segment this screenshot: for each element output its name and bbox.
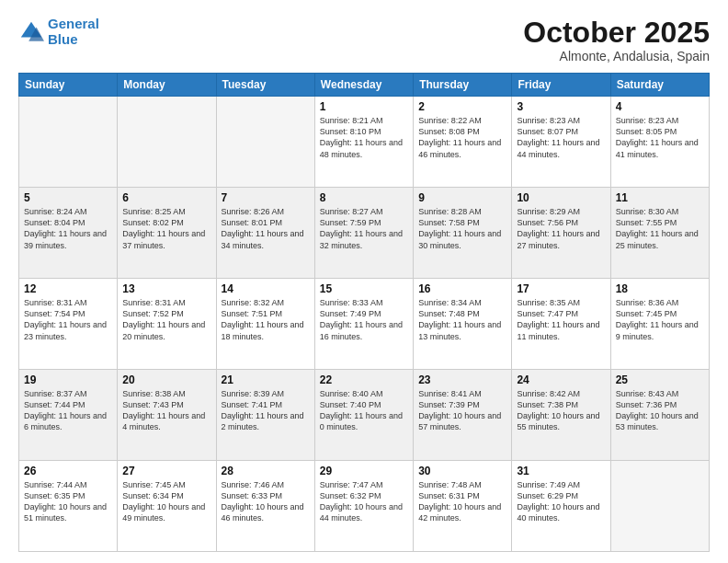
col-header-tuesday: Tuesday xyxy=(216,74,314,97)
title-block: October 2025 Almonte, Andalusia, Spain xyxy=(523,17,710,63)
day-info: Sunrise: 8:31 AM Sunset: 7:54 PM Dayligh… xyxy=(24,297,112,342)
calendar-title: October 2025 xyxy=(523,17,710,49)
page: General Blue October 2025 Almonte, Andal… xyxy=(0,0,728,563)
day-info: Sunrise: 7:49 AM Sunset: 6:29 PM Dayligh… xyxy=(517,479,605,524)
day-cell: 4Sunrise: 8:23 AM Sunset: 8:05 PM Daylig… xyxy=(610,97,709,188)
week-row-2: 5Sunrise: 8:24 AM Sunset: 8:04 PM Daylig… xyxy=(19,188,710,279)
day-number: 20 xyxy=(122,373,210,386)
logo: General Blue xyxy=(18,17,99,47)
day-number: 27 xyxy=(122,465,210,477)
day-cell: 19Sunrise: 8:37 AM Sunset: 7:44 PM Dayli… xyxy=(19,370,118,461)
day-number: 9 xyxy=(418,191,506,204)
col-header-thursday: Thursday xyxy=(414,74,512,97)
day-number: 1 xyxy=(320,100,408,113)
day-cell: 30Sunrise: 7:48 AM Sunset: 6:31 PM Dayli… xyxy=(414,461,512,552)
day-info: Sunrise: 8:34 AM Sunset: 7:48 PM Dayligh… xyxy=(418,297,506,342)
day-cell: 20Sunrise: 8:38 AM Sunset: 7:43 PM Dayli… xyxy=(118,370,216,461)
day-number: 7 xyxy=(222,191,310,204)
day-cell: 16Sunrise: 8:34 AM Sunset: 7:48 PM Dayli… xyxy=(414,279,512,370)
week-row-4: 19Sunrise: 8:37 AM Sunset: 7:44 PM Dayli… xyxy=(19,370,710,461)
day-info: Sunrise: 8:33 AM Sunset: 7:49 PM Dayligh… xyxy=(320,297,408,342)
day-cell xyxy=(19,97,118,188)
day-cell: 25Sunrise: 8:43 AM Sunset: 7:36 PM Dayli… xyxy=(610,370,709,461)
day-number: 28 xyxy=(222,465,310,477)
day-number: 11 xyxy=(616,191,704,204)
col-header-wednesday: Wednesday xyxy=(314,74,413,97)
col-header-monday: Monday xyxy=(118,74,216,97)
week-row-5: 26Sunrise: 7:44 AM Sunset: 6:35 PM Dayli… xyxy=(19,461,710,552)
day-cell: 8Sunrise: 8:27 AM Sunset: 7:59 PM Daylig… xyxy=(314,188,413,279)
day-info: Sunrise: 8:35 AM Sunset: 7:47 PM Dayligh… xyxy=(517,297,605,342)
logo-line2: Blue xyxy=(48,31,78,47)
day-number: 25 xyxy=(616,373,704,386)
day-info: Sunrise: 8:23 AM Sunset: 8:07 PM Dayligh… xyxy=(517,115,605,160)
day-cell: 22Sunrise: 8:40 AM Sunset: 7:40 PM Dayli… xyxy=(314,370,413,461)
day-cell: 15Sunrise: 8:33 AM Sunset: 7:49 PM Dayli… xyxy=(314,279,413,370)
day-number: 16 xyxy=(418,282,506,295)
day-cell: 5Sunrise: 8:24 AM Sunset: 8:04 PM Daylig… xyxy=(19,188,118,279)
day-info: Sunrise: 8:43 AM Sunset: 7:36 PM Dayligh… xyxy=(616,388,704,433)
day-number: 18 xyxy=(616,282,704,295)
day-number: 17 xyxy=(517,282,605,295)
day-info: Sunrise: 8:32 AM Sunset: 7:51 PM Dayligh… xyxy=(222,297,310,342)
day-number: 12 xyxy=(24,282,112,295)
day-number: 21 xyxy=(222,373,310,386)
day-info: Sunrise: 8:29 AM Sunset: 7:56 PM Dayligh… xyxy=(517,206,605,251)
day-info: Sunrise: 8:42 AM Sunset: 7:38 PM Dayligh… xyxy=(517,388,605,433)
day-info: Sunrise: 8:27 AM Sunset: 7:59 PM Dayligh… xyxy=(320,206,408,251)
day-cell: 11Sunrise: 8:30 AM Sunset: 7:55 PM Dayli… xyxy=(610,188,709,279)
day-number: 14 xyxy=(222,282,310,295)
day-cell xyxy=(610,461,709,552)
day-cell: 3Sunrise: 8:23 AM Sunset: 8:07 PM Daylig… xyxy=(512,97,610,188)
header-row-days: SundayMondayTuesdayWednesdayThursdayFrid… xyxy=(19,74,710,97)
calendar-subtitle: Almonte, Andalusia, Spain xyxy=(523,49,710,63)
day-cell: 28Sunrise: 7:46 AM Sunset: 6:33 PM Dayli… xyxy=(216,461,314,552)
col-header-saturday: Saturday xyxy=(610,74,709,97)
week-row-1: 1Sunrise: 8:21 AM Sunset: 8:10 PM Daylig… xyxy=(19,97,710,188)
day-number: 19 xyxy=(24,373,112,386)
day-cell: 21Sunrise: 8:39 AM Sunset: 7:41 PM Dayli… xyxy=(216,370,314,461)
day-cell xyxy=(216,97,314,188)
day-info: Sunrise: 7:46 AM Sunset: 6:33 PM Dayligh… xyxy=(222,479,310,524)
day-cell: 24Sunrise: 8:42 AM Sunset: 7:38 PM Dayli… xyxy=(512,370,610,461)
day-cell: 17Sunrise: 8:35 AM Sunset: 7:47 PM Dayli… xyxy=(512,279,610,370)
day-cell: 29Sunrise: 7:47 AM Sunset: 6:32 PM Dayli… xyxy=(314,461,413,552)
day-number: 6 xyxy=(122,191,210,204)
day-info: Sunrise: 8:30 AM Sunset: 7:55 PM Dayligh… xyxy=(616,206,704,251)
day-info: Sunrise: 8:39 AM Sunset: 7:41 PM Dayligh… xyxy=(222,388,310,433)
day-cell: 9Sunrise: 8:28 AM Sunset: 7:58 PM Daylig… xyxy=(414,188,512,279)
day-cell: 7Sunrise: 8:26 AM Sunset: 8:01 PM Daylig… xyxy=(216,188,314,279)
day-number: 31 xyxy=(517,465,605,477)
day-number: 10 xyxy=(517,191,605,204)
day-cell: 18Sunrise: 8:36 AM Sunset: 7:45 PM Dayli… xyxy=(610,279,709,370)
day-info: Sunrise: 8:38 AM Sunset: 7:43 PM Dayligh… xyxy=(122,388,210,433)
day-info: Sunrise: 8:41 AM Sunset: 7:39 PM Dayligh… xyxy=(418,388,506,433)
day-cell: 26Sunrise: 7:44 AM Sunset: 6:35 PM Dayli… xyxy=(19,461,118,552)
day-cell: 31Sunrise: 7:49 AM Sunset: 6:29 PM Dayli… xyxy=(512,461,610,552)
day-info: Sunrise: 8:23 AM Sunset: 8:05 PM Dayligh… xyxy=(616,115,704,160)
day-info: Sunrise: 8:25 AM Sunset: 8:02 PM Dayligh… xyxy=(122,206,210,251)
col-header-friday: Friday xyxy=(512,74,610,97)
logo-icon xyxy=(18,19,44,45)
day-cell xyxy=(118,97,216,188)
day-info: Sunrise: 8:36 AM Sunset: 7:45 PM Dayligh… xyxy=(616,297,704,342)
day-number: 23 xyxy=(418,373,506,386)
day-cell: 1Sunrise: 8:21 AM Sunset: 8:10 PM Daylig… xyxy=(314,97,413,188)
day-cell: 2Sunrise: 8:22 AM Sunset: 8:08 PM Daylig… xyxy=(414,97,512,188)
day-info: Sunrise: 8:40 AM Sunset: 7:40 PM Dayligh… xyxy=(320,388,408,433)
day-number: 13 xyxy=(122,282,210,295)
day-number: 2 xyxy=(418,100,506,113)
day-info: Sunrise: 8:28 AM Sunset: 7:58 PM Dayligh… xyxy=(418,206,506,251)
col-header-sunday: Sunday xyxy=(19,74,118,97)
day-number: 8 xyxy=(320,191,408,204)
logo-line1: General xyxy=(48,16,99,31)
day-number: 3 xyxy=(517,100,605,113)
day-cell: 13Sunrise: 8:31 AM Sunset: 7:52 PM Dayli… xyxy=(118,279,216,370)
day-number: 29 xyxy=(320,465,408,477)
day-info: Sunrise: 8:22 AM Sunset: 8:08 PM Dayligh… xyxy=(418,115,506,160)
day-number: 24 xyxy=(517,373,605,386)
day-info: Sunrise: 8:21 AM Sunset: 8:10 PM Dayligh… xyxy=(320,115,408,160)
day-info: Sunrise: 8:24 AM Sunset: 8:04 PM Dayligh… xyxy=(24,206,112,251)
calendar-table: SundayMondayTuesdayWednesdayThursdayFrid… xyxy=(18,73,710,552)
day-info: Sunrise: 7:47 AM Sunset: 6:32 PM Dayligh… xyxy=(320,479,408,524)
